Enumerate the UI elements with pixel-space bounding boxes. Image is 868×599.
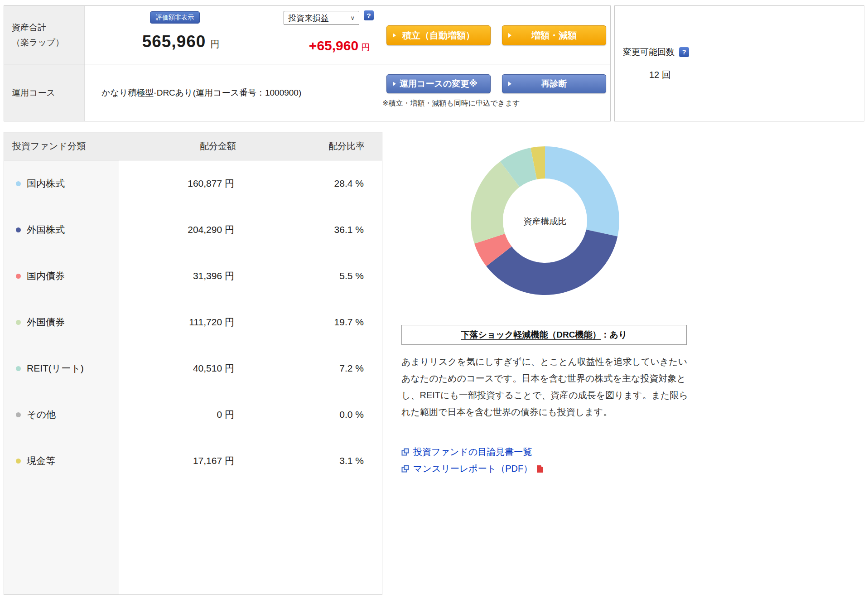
chevron-down-icon: ∨ xyxy=(350,14,355,21)
simultaneous-apply-note: ※積立・増額・減額も同時に申込できます xyxy=(382,99,520,108)
fund-amount: 0 円 xyxy=(119,408,262,421)
pl-amount: +65,960 xyxy=(309,38,358,53)
fund-color-dot xyxy=(16,181,21,186)
course-label: 運用コース xyxy=(4,64,85,121)
fund-ratio: 36.1 % xyxy=(262,224,382,235)
fund-label: 国内債券 xyxy=(27,270,65,282)
prospectus-link-label: 投資ファンドの目論見書一覧 xyxy=(413,446,532,458)
fund-label: 国内株式 xyxy=(27,177,65,190)
fund-ratio: 7.2 % xyxy=(262,363,382,374)
fund-color-dot xyxy=(16,227,21,232)
table-row: 国内債券 31,396 円 5.5 % xyxy=(4,253,382,299)
monthly-report-link[interactable]: マンスリーレポート（PDF） xyxy=(401,463,543,475)
fund-ratio: 28.4 % xyxy=(262,178,382,189)
external-window-icon xyxy=(401,448,409,456)
fund-color-dot xyxy=(16,320,21,325)
table-row: 国内株式 160,877 円 28.4 % xyxy=(4,160,382,207)
fund-color-dot xyxy=(16,459,21,464)
course-description: あまりリスクを気にしすぎずに、とことん収益性を追求していきたいあなたのためのコー… xyxy=(401,353,690,420)
pl-unit: 円 xyxy=(361,43,370,52)
change-count-panel: 変更可能回数 ? 12 回 xyxy=(614,5,864,121)
triangle-icon xyxy=(393,33,396,38)
triangle-icon xyxy=(508,82,511,86)
pl-value: +65,960円 xyxy=(285,38,394,53)
pdf-icon xyxy=(536,465,543,473)
fund-amount: 40,510 円 xyxy=(119,362,262,375)
zougaku-gengaku-button[interactable]: 増額・減額 xyxy=(502,25,606,45)
prospectus-link[interactable]: 投資ファンドの目論見書一覧 xyxy=(401,446,532,458)
fund-amount: 17,167 円 xyxy=(119,454,262,467)
drc-title: 下落ショック軽減機能（DRC機能） xyxy=(461,329,601,341)
fund-label: 外国株式 xyxy=(27,223,65,236)
course-change-button-label: 運用コースの変更※ xyxy=(400,78,477,90)
tsumitate-button-label: 積立（自動増額） xyxy=(402,29,475,42)
total-asset-unit: 円 xyxy=(210,39,219,49)
table-row: REIT(リート) 40,510 円 7.2 % xyxy=(4,345,382,391)
donut-center-label: 資産構成比 xyxy=(500,216,590,227)
course-change-button[interactable]: 運用コースの変更※ xyxy=(386,74,491,93)
account-summary-panel: 資産合計 （楽ラップ） 評価額非表示 565,960円 投資来損益 ∨ ? +6… xyxy=(4,5,611,121)
fund-color-dot xyxy=(16,274,21,279)
fund-ratio: 19.7 % xyxy=(262,317,382,328)
triangle-icon xyxy=(508,33,511,38)
rediagnose-button-label: 再診断 xyxy=(541,78,567,90)
fund-label: 現金等 xyxy=(27,454,55,467)
change-count-value: 12 回 xyxy=(649,69,864,81)
hide-valuation-button[interactable]: 評価額非表示 xyxy=(150,11,200,24)
asset-total-label-line2: （楽ラップ） xyxy=(12,37,84,48)
table-row: 外国債券 111,720 円 19.7 % xyxy=(4,299,382,345)
zougaku-gengaku-button-label: 増額・減額 xyxy=(531,29,577,42)
course-row: 運用コース かなり積極型-DRCあり(運用コース番号：1000900) 運用コー… xyxy=(4,64,610,121)
course-label-text: 運用コース xyxy=(12,87,84,99)
monthly-report-link-label: マンスリーレポート（PDF） xyxy=(413,463,532,475)
asset-total-row: 資産合計 （楽ラップ） 評価額非表示 565,960円 投資来損益 ∨ ? +6… xyxy=(4,6,610,64)
fund-label: REIT(リート) xyxy=(27,362,84,375)
table-row: その他 0 円 0.0 % xyxy=(4,391,382,438)
fund-ratio: 3.1 % xyxy=(262,455,382,466)
drc-status: ：あり xyxy=(601,329,627,341)
total-asset-amount: 565,960 xyxy=(142,32,206,51)
allocation-table: 投資ファンド分類 配分金額 配分比率 国内株式 160,877 円 28.4 %… xyxy=(4,132,382,595)
fund-amount: 31,396 円 xyxy=(119,270,262,282)
fund-amount: 204,290 円 xyxy=(119,223,262,236)
triangle-icon xyxy=(393,82,396,86)
asset-total-label-line1: 資産合計 xyxy=(12,22,84,34)
fund-ratio: 0.0 % xyxy=(262,409,382,420)
allocation-table-header: 投資ファンド分類 配分金額 配分比率 xyxy=(4,132,382,160)
help-icon-change-count[interactable]: ? xyxy=(679,47,689,57)
fund-label: その他 xyxy=(27,408,56,421)
pl-period-selected-value: 投資来損益 xyxy=(288,13,329,24)
fund-ratio: 5.5 % xyxy=(262,271,382,281)
tsumitate-button[interactable]: 積立（自動増額） xyxy=(386,25,491,45)
pl-period-select[interactable]: 投資来損益 ∨ xyxy=(284,11,359,25)
col-header-fund-class: 投資ファンド分類 xyxy=(4,140,119,152)
drc-feature-box: 下落ショック軽減機能（DRC機能）：あり xyxy=(401,325,687,345)
rediagnose-button[interactable]: 再診断 xyxy=(502,74,606,93)
col-header-amount: 配分金額 xyxy=(119,140,262,152)
table-row: 現金等 17,167 円 3.1 % xyxy=(4,438,382,484)
table-filler xyxy=(4,484,382,594)
asset-total-label: 資産合計 （楽ラップ） xyxy=(4,6,85,64)
fund-amount: 160,877 円 xyxy=(119,177,262,190)
change-count-label: 変更可能回数 xyxy=(623,46,675,58)
total-asset-value: 565,960円 xyxy=(108,32,253,51)
fund-color-dot xyxy=(16,366,21,371)
col-header-ratio: 配分比率 xyxy=(262,140,382,152)
external-window-icon xyxy=(401,465,409,473)
fund-label: 外国債券 xyxy=(27,316,65,328)
fund-color-dot xyxy=(16,412,21,417)
course-value: かなり積極型-DRCあり(運用コース番号：1000900) xyxy=(101,64,301,121)
table-row: 外国株式 204,290 円 36.1 % xyxy=(4,207,382,253)
help-icon-pl[interactable]: ? xyxy=(364,10,374,20)
fund-amount: 111,720 円 xyxy=(119,316,262,328)
